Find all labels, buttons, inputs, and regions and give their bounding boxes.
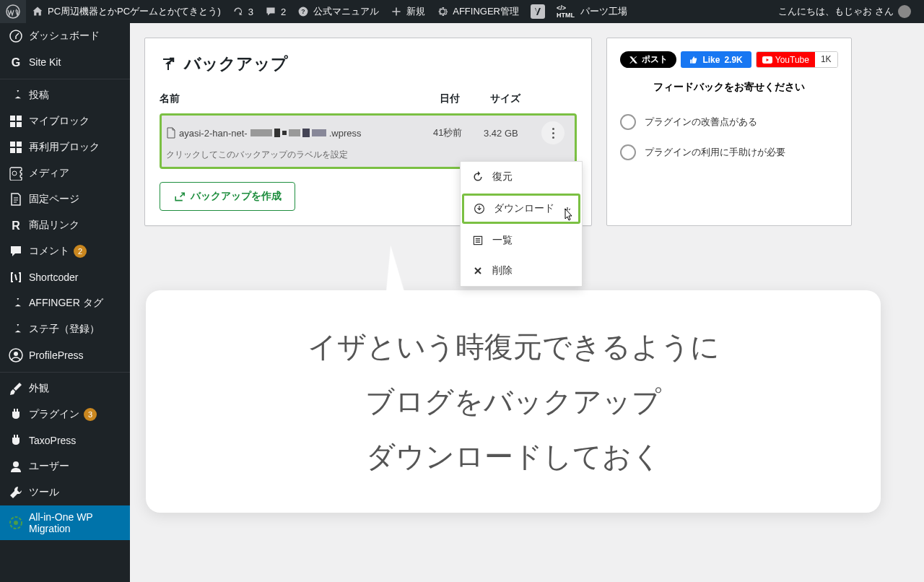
sidebar-item-5[interactable]: 再利用ブロック (0, 134, 130, 160)
sidebar-item-label: Shortcoder (29, 272, 78, 283)
yoast-link[interactable] (525, 0, 551, 23)
menu-delete[interactable]: 削除 (461, 256, 582, 286)
users-icon (9, 459, 23, 474)
feedback-option-2[interactable]: プラグインの利用に手助けが必要 (620, 137, 838, 168)
updates-count: 3 (248, 6, 253, 17)
avatar (898, 5, 911, 18)
pin-icon (9, 296, 23, 310)
sidebar-item-10[interactable]: Shortcoder (0, 264, 130, 290)
sidebar-item-label: 固定ページ (29, 193, 79, 206)
sidebar-item-9[interactable]: コメント2 (0, 238, 130, 264)
sidebar-item-label: AFFINGER タグ (29, 297, 103, 310)
svg-rect-7 (17, 116, 22, 121)
backup-subtext[interactable]: クリックしてこのバックアップのラベルを設定 (166, 149, 570, 161)
x-post-button[interactable]: ポスト (620, 51, 676, 68)
media-icon (9, 166, 23, 181)
account-link[interactable]: こんにちは、もじゃお さん (772, 0, 917, 23)
feedback-option-1[interactable]: プラグインの改善点がある (620, 107, 838, 137)
sidebar-item-6[interactable]: メディア (0, 160, 130, 186)
feedback-title: フィードバックをお寄せください (620, 81, 838, 94)
tools-icon (9, 485, 23, 500)
migrate-icon (9, 516, 23, 530)
callout-line2: ブログをバックアップ (365, 386, 661, 417)
youtube-icon (762, 56, 772, 64)
radio-icon (620, 144, 636, 160)
filename-prefix: ayasi-2-han-net- (179, 128, 248, 139)
list-icon (472, 235, 484, 246)
backup-row[interactable]: ayasi-2-han-net- .wpress 41秒前 3.42 GB (166, 121, 570, 144)
pin-icon (9, 88, 23, 103)
yoast-icon (531, 4, 545, 19)
sidebar-item-7[interactable]: 固定ページ (0, 186, 130, 212)
svg-rect-6 (10, 116, 15, 121)
plugin-icon (9, 433, 23, 448)
comment-icon (9, 244, 23, 259)
youtube-button[interactable]: YouTube 1K (756, 51, 838, 68)
sidebar-item-4[interactable]: マイブロック (0, 108, 130, 134)
sidebar-item-15[interactable]: 外観 (0, 375, 130, 401)
backup-size: 3.42 GB (484, 128, 541, 139)
sidebar-item-16[interactable]: プラグイン3 (0, 401, 130, 427)
col-size: サイズ (490, 92, 548, 105)
sidebar-item-label: TaxoPress (29, 435, 76, 446)
backup-panel: バックアップ 名前 日付 サイズ ayasi-2-han-net- (144, 38, 592, 226)
sidebar-item-13[interactable]: ProfilePress (0, 342, 130, 368)
sidebar-item-11[interactable]: AFFINGER タグ (0, 290, 130, 316)
more-button[interactable] (541, 121, 565, 144)
youtube-count: 1K (815, 52, 837, 67)
home-link[interactable]: PC周辺機器とかPCゲームとか(てきとう) (26, 0, 227, 23)
svg-rect-8 (10, 122, 15, 127)
fb-like-button[interactable]: Like 2.9K (681, 51, 751, 68)
sidebar-item-label: 投稿 (29, 89, 49, 102)
svg-rect-9 (17, 122, 22, 127)
sidebar-item-17[interactable]: TaxoPress (0, 427, 130, 453)
page-icon (9, 192, 23, 207)
sidebar-item-label: マイブロック (29, 115, 90, 128)
sidebar-item-label: ステ子（登録） (29, 323, 100, 336)
manual-link[interactable]: ? 公式マニュアル (292, 0, 385, 23)
affinger-link[interactable]: AFFINGER管理 (431, 0, 525, 23)
site-title: PC周辺機器とかPCゲームとか(てきとう) (48, 5, 221, 18)
wp-logo[interactable] (0, 0, 26, 23)
annotation-callout: イザという時復元できるように ブログをバックアップ ダウンロードしておく (146, 290, 881, 513)
plus-icon (391, 6, 402, 17)
sidebar-item-label: プラグイン (29, 408, 79, 421)
sidebar-item-3[interactable]: 投稿 (0, 82, 130, 108)
sidebar-item-label: ツール (29, 486, 59, 499)
main-content: バックアップ 名前 日付 サイズ ayasi-2-han-net- (130, 23, 924, 582)
svg-rect-13 (17, 148, 22, 153)
sidebar-item-12[interactable]: ステ子（登録） (0, 316, 130, 342)
radio-icon (620, 114, 636, 130)
sidebar-item-label: ProfilePress (29, 349, 83, 361)
callout-line1: イザという時復元できるように (308, 331, 720, 362)
table-header: 名前 日付 サイズ (160, 88, 577, 110)
sidebar-item-18[interactable]: ユーザー (0, 453, 130, 479)
sidebar-item-19[interactable]: ツール (0, 479, 130, 505)
svg-rect-12 (10, 148, 15, 153)
menu-list[interactable]: 一覧 (461, 225, 582, 256)
admin-sidebar: ダッシュボードGSite Kit投稿マイブロック再利用ブロックメディア固定ページ… (0, 23, 130, 582)
updates-link[interactable]: 3 (227, 0, 259, 23)
panel-title: バックアップ (160, 53, 577, 75)
R-icon: R (9, 218, 23, 233)
sidebar-item-0[interactable]: ダッシュボード (0, 23, 130, 49)
sidebar-item-8[interactable]: R商品リンク (0, 212, 130, 238)
gear-icon (437, 6, 448, 17)
sidebar-item-20[interactable]: All-in-One WP Migration (0, 505, 130, 540)
restore-icon (472, 171, 484, 183)
create-backup-button[interactable]: バックアップを作成 (160, 182, 295, 211)
cursor-icon (561, 207, 575, 225)
parts-link[interactable]: </>HTML パーツ工場 (551, 0, 633, 23)
sidebar-item-1[interactable]: GSite Kit (0, 49, 130, 75)
comments-link[interactable]: 2 (259, 0, 292, 23)
col-name: 名前 (160, 92, 440, 105)
new-link[interactable]: 新規 (385, 0, 431, 23)
filename-redacted (250, 129, 326, 137)
menu-restore[interactable]: 復元 (461, 162, 582, 192)
svg-text:G: G (12, 56, 20, 69)
dashboard-icon (9, 29, 23, 43)
brush-icon (9, 381, 23, 396)
admin-bar: PC周辺機器とかPCゲームとか(てきとう) 3 2 ? 公式マニュアル 新規 A… (0, 0, 924, 23)
dots-icon (552, 128, 554, 139)
backup-date: 41秒前 (433, 126, 484, 139)
